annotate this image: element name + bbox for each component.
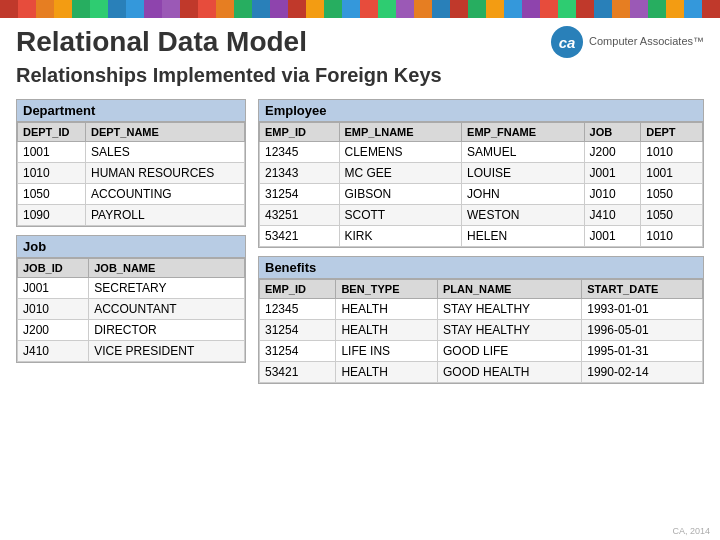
table-row: 53421HEALTHGOOD HEALTH1990-02-14 [260, 362, 703, 383]
table-row: 1050ACCOUNTING [18, 184, 245, 205]
job-table-section: Job JOB_ID JOB_NAME J001SECRETARYJ010ACC… [16, 235, 246, 363]
emp-col-job: JOB [584, 123, 641, 142]
table-row: 31254GIBSONJOHNJ0101050 [260, 184, 703, 205]
job-col-id: JOB_ID [18, 259, 89, 278]
logo-text: Computer Associates™ [589, 35, 704, 48]
table-row: 1001SALES [18, 142, 245, 163]
main-content: Department DEPT_ID DEPT_NAME 1001SALES10… [0, 95, 720, 388]
emp-col-lname: EMP_LNAME [339, 123, 462, 142]
table-row: 31254LIFE INSGOOD LIFE1995-01-31 [260, 341, 703, 362]
left-column: Department DEPT_ID DEPT_NAME 1001SALES10… [16, 99, 246, 384]
table-row: 12345HEALTHSTAY HEALTHY1993-01-01 [260, 299, 703, 320]
logo-icon: ca [551, 26, 583, 58]
logo-area: ca Computer Associates™ [551, 26, 704, 58]
ben-col-id: EMP_ID [260, 280, 336, 299]
table-row: J010ACCOUNTANT [18, 299, 245, 320]
benefits-header: Benefits [259, 257, 703, 279]
dept-col-id: DEPT_ID [18, 123, 86, 142]
department-header: Department [17, 100, 245, 122]
table-row: 1010HUMAN RESOURCES [18, 163, 245, 184]
table-row: 53421KIRKHELENJ0011010 [260, 226, 703, 247]
job-header: Job [17, 236, 245, 258]
footer-text: CA, 2014 [672, 526, 710, 536]
benefits-table: EMP_ID BEN_TYPE PLAN_NAME START_DATE 123… [259, 279, 703, 383]
ben-col-type: BEN_TYPE [336, 280, 438, 299]
emp-col-fname: EMP_FNAME [462, 123, 585, 142]
ben-col-plan: PLAN_NAME [437, 280, 581, 299]
employee-table-section: Employee EMP_ID EMP_LNAME EMP_FNAME JOB … [258, 99, 704, 248]
employee-header: Employee [259, 100, 703, 122]
subtitle: Relationships Implemented via Foreign Ke… [0, 62, 720, 95]
page-title: Relational Data Model [16, 26, 307, 58]
job-col-name: JOB_NAME [89, 259, 245, 278]
job-table: JOB_ID JOB_NAME J001SECRETARYJ010ACCOUNT… [17, 258, 245, 362]
table-row: J001SECRETARY [18, 278, 245, 299]
top-color-bar [0, 0, 720, 18]
right-column: Employee EMP_ID EMP_LNAME EMP_FNAME JOB … [258, 99, 704, 384]
dept-col-name: DEPT_NAME [86, 123, 245, 142]
emp-col-dept: DEPT [641, 123, 703, 142]
employee-table: EMP_ID EMP_LNAME EMP_FNAME JOB DEPT 1234… [259, 122, 703, 247]
table-row: J410VICE PRESIDENT [18, 341, 245, 362]
department-table-section: Department DEPT_ID DEPT_NAME 1001SALES10… [16, 99, 246, 227]
ben-col-date: START_DATE [582, 280, 703, 299]
table-row: 31254HEALTHSTAY HEALTHY1996-05-01 [260, 320, 703, 341]
table-row: J200DIRECTOR [18, 320, 245, 341]
emp-col-id: EMP_ID [260, 123, 340, 142]
table-row: 1090PAYROLL [18, 205, 245, 226]
table-row: 12345CLEMENSSAMUELJ2001010 [260, 142, 703, 163]
benefits-table-section: Benefits EMP_ID BEN_TYPE PLAN_NAME START… [258, 256, 704, 384]
department-table: DEPT_ID DEPT_NAME 1001SALES1010HUMAN RES… [17, 122, 245, 226]
table-row: 21343MC GEELOUISEJ0011001 [260, 163, 703, 184]
table-row: 43251SCOTTWESTONJ4101050 [260, 205, 703, 226]
header: Relational Data Model ca Computer Associ… [0, 18, 720, 62]
